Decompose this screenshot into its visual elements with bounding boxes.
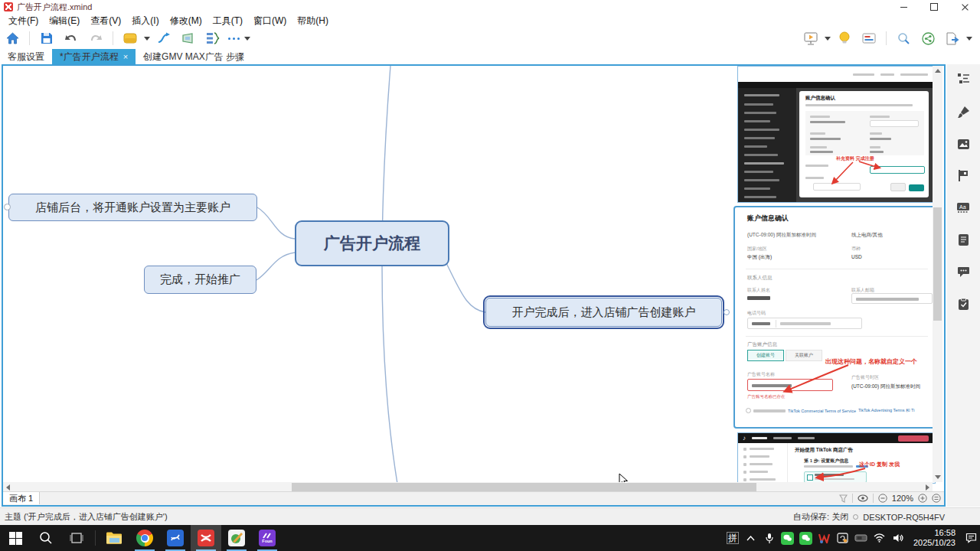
summary-button[interactable] (203, 29, 223, 47)
filter-icon[interactable] (839, 494, 848, 503)
export-dropdown[interactable] (966, 37, 972, 41)
shot3-step: 第 1 步: 设置账户信息 (804, 458, 848, 465)
tray-microphone[interactable] (760, 525, 779, 551)
zoom-in-button[interactable] (918, 494, 927, 503)
zoom-out-button[interactable] (878, 494, 887, 503)
shot3-site-header: ♪ (738, 433, 935, 443)
xmind-taskbar-button[interactable] (191, 525, 221, 551)
insert-topic-button[interactable] (120, 29, 140, 47)
microphone-icon (766, 533, 773, 544)
vertical-scroll-thumb[interactable] (933, 207, 942, 321)
blue-app-button[interactable] (160, 525, 191, 551)
outline-panel-button[interactable] (956, 70, 971, 86)
topic-create-ad-account[interactable]: 开户完成后，进入店铺广告创建账户 (485, 298, 722, 327)
relationship-button[interactable] (154, 29, 174, 47)
green-editor-button[interactable] (221, 525, 252, 551)
tray-capture-app[interactable] (834, 525, 852, 551)
wechat-icon (781, 532, 794, 545)
boundary-button[interactable] (178, 29, 198, 47)
eye-icon[interactable] (858, 494, 868, 502)
tray-network[interactable] (871, 525, 889, 551)
mindmap-canvas[interactable]: 店铺后台，将开通账户设置为主要账户 完成，开始推广 广告开户流程 开户完成后，进… (3, 66, 944, 492)
share-button[interactable] (918, 29, 938, 47)
export-button[interactable] (942, 29, 962, 47)
presentation-icon (804, 32, 818, 45)
more-tools-button[interactable] (228, 37, 240, 40)
card-button[interactable] (859, 29, 879, 47)
tray-wechat-1[interactable] (779, 525, 797, 551)
tray-device[interactable] (852, 525, 871, 551)
maximize-icon (930, 3, 938, 11)
home-button[interactable] (2, 29, 22, 47)
shot2-ad-section: 广告账户信息 (747, 341, 777, 348)
tab-customer-service[interactable]: 客服设置 (0, 49, 52, 64)
menu-modify[interactable]: 修改(M) (165, 15, 207, 28)
topic-finish-promote[interactable]: 完成，开始推广 (144, 266, 256, 294)
comments-panel-button[interactable] (956, 264, 971, 279)
taskbar-search-button[interactable] (31, 525, 61, 551)
collapse-handle-topic3[interactable] (724, 309, 730, 315)
topic-shop-backend[interactable]: 店铺后台，将开通账户设置为主要账户 (8, 194, 257, 221)
menu-file[interactable]: 文件(F) (3, 15, 44, 28)
vertical-scrollbar[interactable] (933, 66, 942, 482)
save-icon (41, 32, 53, 44)
collapse-handle-left[interactable] (4, 204, 11, 210)
tray-red-app[interactable] (815, 525, 834, 551)
scroll-up-arrow[interactable] (933, 66, 942, 76)
undo-button[interactable] (61, 29, 81, 47)
tab-gmv-max[interactable]: 创建GMV MAX广告 步骤 (136, 49, 252, 64)
marker-panel-button[interactable] (956, 168, 971, 183)
presentation-dropdown[interactable] (825, 37, 831, 41)
tasks-panel-button[interactable] (956, 296, 971, 311)
search-icon (897, 32, 910, 45)
redo-button[interactable] (86, 29, 106, 47)
minimize-button[interactable] (888, 0, 919, 14)
notification-center-button[interactable] (962, 525, 980, 551)
menu-view[interactable]: 查看(V) (85, 15, 126, 28)
tray-expand-button[interactable] (742, 525, 760, 551)
idea-button[interactable] (835, 29, 854, 47)
document-tabs: 客服设置 *广告开户流程 × 创建GMV MAX广告 步骤 (0, 49, 980, 64)
chrome-button[interactable] (129, 525, 160, 551)
tray-volume[interactable] (889, 525, 907, 551)
maximize-button[interactable] (919, 0, 949, 14)
insert-topic-dropdown[interactable] (144, 37, 150, 41)
foun-app-button[interactable]: Foun (252, 525, 283, 551)
menu-tools[interactable]: 工具(T) (207, 15, 248, 28)
fit-view-button[interactable] (932, 494, 941, 503)
menu-edit[interactable]: 编辑(E) (44, 15, 85, 28)
label-panel-button[interactable]: Aa (956, 200, 971, 215)
tab-close-icon[interactable]: × (123, 52, 128, 61)
shot3-header-button (898, 435, 929, 442)
tray-wechat-2[interactable] (797, 525, 815, 551)
tab-ad-account-flow[interactable]: *广告开户流程 × (52, 49, 136, 64)
ime-indicator[interactable]: 拼 (724, 525, 742, 551)
search-icon (39, 531, 53, 545)
menu-window[interactable]: 窗口(W) (248, 15, 292, 28)
file-explorer-button[interactable] (99, 525, 129, 551)
shot2-biz-type: 线上电商/其他 (851, 232, 883, 239)
shot1-site-header (738, 82, 935, 88)
scroll-down-arrow[interactable] (933, 472, 942, 482)
menu-insert[interactable]: 插入(I) (126, 15, 164, 28)
sheet-tab-canvas1[interactable]: 画布 1 (3, 492, 40, 504)
menu-help[interactable]: 帮助(H) (292, 15, 334, 28)
presentation-button[interactable] (801, 29, 821, 47)
attachment-image-account-confirm-full[interactable]: 账户信息确认 (737, 66, 936, 203)
notes-panel-button[interactable] (956, 232, 971, 247)
more-tools-dropdown[interactable] (244, 37, 250, 41)
search-button[interactable] (893, 29, 913, 47)
shot2-phone-input (747, 318, 862, 329)
central-topic[interactable]: 广告开户流程 (295, 220, 449, 266)
attachment-image-account-confirm-zoom[interactable]: 账户信息确认 (UTC-09:00) 阿拉斯加标准时间 线上电商/其他 国家/地… (733, 206, 940, 429)
save-button[interactable] (37, 29, 57, 47)
start-button[interactable] (0, 525, 31, 551)
close-button[interactable] (949, 0, 980, 14)
format-panel-button[interactable] (956, 104, 971, 119)
relationship-icon (157, 32, 171, 44)
image-panel-button[interactable] (956, 136, 971, 152)
taskbar-clock[interactable]: 16:58 2025/10/23 (907, 528, 962, 548)
task-view-button[interactable] (61, 525, 92, 551)
attachment-image-shop-ads-start[interactable]: ♪ 开始使用 TikTok 商店广告 第 1 步: 设置账户信息 (737, 432, 936, 484)
horizontal-scroll-thumb[interactable] (292, 483, 756, 491)
